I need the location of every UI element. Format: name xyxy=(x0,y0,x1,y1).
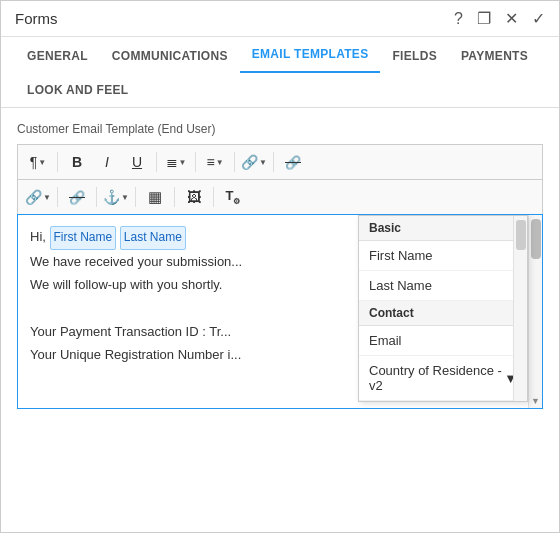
anchor-icon: ⚓ xyxy=(103,189,120,205)
nav-tabs: GENERAL COMMUNICATIONS EMAIL TEMPLATES F… xyxy=(1,37,559,108)
dropdown-item-country[interactable]: Country of Residence - v2 ▼ xyxy=(359,356,527,401)
link-caret: ▼ xyxy=(259,158,267,167)
editor-container[interactable]: Hi, First Name Last Name We have receive… xyxy=(17,214,543,409)
toolbar-row1: ¶ ▼ B I U ≣ ▼ ≡ ▼ 🔗 ▼ 🔗 xyxy=(17,144,543,179)
tab-look-and-feel[interactable]: LOOK AND FEEL xyxy=(15,73,140,107)
separator-4 xyxy=(234,152,235,172)
table-icon: ▦ xyxy=(148,188,162,206)
align-icon: ≣ xyxy=(166,154,178,170)
dropdown-scroll-thumb[interactable] xyxy=(516,220,526,250)
toolbar-row2: 🔗 ▼ 🔗 ⚓ ▼ ▦ 🖼 T⚙ xyxy=(17,179,543,214)
field-tag-lastname: Last Name xyxy=(120,226,186,250)
separator-9 xyxy=(174,187,175,207)
title-bar: Forms ? ❐ ✕ ✓ xyxy=(1,1,559,37)
dropdown-scrollbar[interactable] xyxy=(513,216,527,401)
check-icon[interactable]: ✓ xyxy=(532,9,545,28)
scrollbar-thumb[interactable] xyxy=(531,219,541,259)
paragraph-icon: ¶ xyxy=(30,154,38,170)
list-button[interactable]: ≡ ▼ xyxy=(201,149,229,175)
editor-scrollbar[interactable]: ▼ xyxy=(528,215,542,408)
bold-button[interactable]: B xyxy=(63,149,91,175)
token-button[interactable]: T⚙ xyxy=(219,184,247,210)
dropdown-item-firstname[interactable]: First Name xyxy=(359,241,527,271)
image-icon: 🖼 xyxy=(187,189,201,205)
separator-8 xyxy=(135,187,136,207)
align-caret: ▼ xyxy=(179,158,187,167)
close-icon[interactable]: ✕ xyxy=(505,9,518,28)
separator-3 xyxy=(195,152,196,172)
list-caret: ▼ xyxy=(216,158,224,167)
nav-tabs-row2: LOOK AND FEEL xyxy=(15,73,545,107)
paragraph-button[interactable]: ¶ ▼ xyxy=(24,149,52,175)
anchor-caret: ▼ xyxy=(121,193,129,202)
separator-7 xyxy=(96,187,97,207)
underline-button[interactable]: U xyxy=(123,149,151,175)
field-dropdown: Basic First Name Last Name Contact Email… xyxy=(358,215,528,402)
tab-general[interactable]: GENERAL xyxy=(15,39,100,73)
separator-5 xyxy=(273,152,274,172)
field-tag-firstname: First Name xyxy=(50,226,117,250)
image-button[interactable]: 🖼 xyxy=(180,184,208,210)
tab-payments[interactable]: PAYMENTS xyxy=(449,39,540,73)
separator-10 xyxy=(213,187,214,207)
separator-2 xyxy=(156,152,157,172)
link2-icon: 🔗 xyxy=(25,189,42,205)
tab-fields[interactable]: FIELDS xyxy=(380,39,448,73)
unlink-icon: 🔗 xyxy=(285,155,301,170)
fullscreen-icon[interactable]: ❐ xyxy=(477,9,491,28)
unlink2-icon: 🔗 xyxy=(69,190,85,205)
unlink2-button[interactable]: 🔗 xyxy=(63,184,91,210)
dropdown-section-basic: Basic xyxy=(359,216,527,241)
tab-email-templates[interactable]: EMAIL TEMPLATES xyxy=(240,37,381,73)
token-icon: T⚙ xyxy=(226,188,241,206)
separator-1 xyxy=(57,152,58,172)
table-button[interactable]: ▦ xyxy=(141,184,169,210)
content-area: Customer Email Template (End User) ¶ ▼ B… xyxy=(1,108,559,423)
link-button[interactable]: 🔗 ▼ xyxy=(240,149,268,175)
help-icon[interactable]: ? xyxy=(454,10,463,28)
window-title: Forms xyxy=(15,10,58,27)
anchor-button[interactable]: ⚓ ▼ xyxy=(102,184,130,210)
link2-button[interactable]: 🔗 ▼ xyxy=(24,184,52,210)
dropdown-item-lastname[interactable]: Last Name xyxy=(359,271,527,301)
title-bar-icons: ? ❐ ✕ ✓ xyxy=(454,9,545,28)
link2-caret: ▼ xyxy=(43,193,51,202)
tab-communications[interactable]: COMMUNICATIONS xyxy=(100,39,240,73)
dropdown-item-email[interactable]: Email xyxy=(359,326,527,356)
list-icon: ≡ xyxy=(206,154,214,170)
align-button[interactable]: ≣ ▼ xyxy=(162,149,190,175)
link-icon: 🔗 xyxy=(241,154,258,170)
scrollbar-arrow-down[interactable]: ▼ xyxy=(529,394,543,408)
paragraph-caret: ▼ xyxy=(38,158,46,167)
separator-6 xyxy=(57,187,58,207)
unlink-button[interactable]: 🔗 xyxy=(279,149,307,175)
italic-button[interactable]: I xyxy=(93,149,121,175)
dropdown-section-contact: Contact xyxy=(359,301,527,326)
template-label: Customer Email Template (End User) xyxy=(17,122,543,136)
